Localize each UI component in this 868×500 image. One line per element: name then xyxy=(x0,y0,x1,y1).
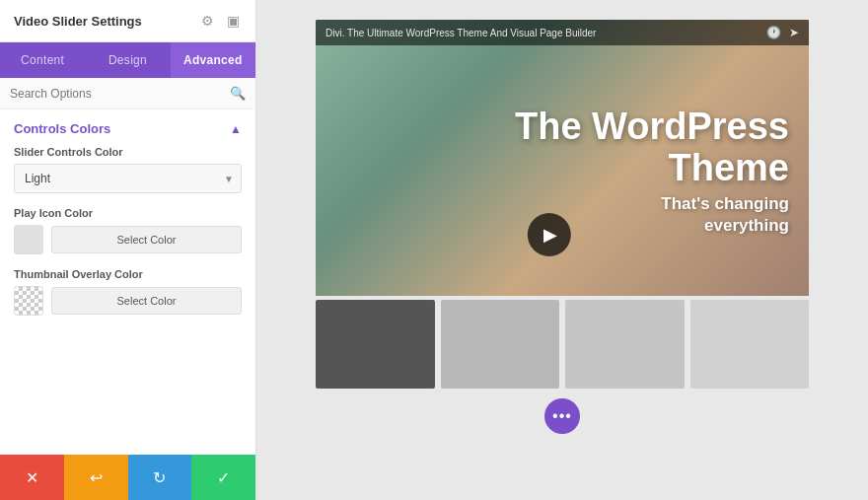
redo-icon: ↻ xyxy=(153,468,166,487)
slider-controls-color-field: Slider Controls Color Light Dark ▼ xyxy=(0,146,255,207)
redo-button[interactable]: ↻ xyxy=(128,455,192,500)
video-top-title: Divi. The Ultimate WordPress Theme And V… xyxy=(326,28,596,38)
cancel-icon: ✕ xyxy=(26,468,38,487)
thumbnail-1[interactable] xyxy=(316,300,435,389)
thumbnail-2[interactable] xyxy=(441,300,560,389)
tab-content[interactable]: Content xyxy=(0,42,85,78)
cancel-button[interactable]: ✕ xyxy=(0,455,64,500)
video-preview: Divi. The Ultimate WordPress Theme And V… xyxy=(316,20,809,296)
bottom-toolbar: ✕ ↩ ↻ ✓ xyxy=(0,455,255,500)
thumbnail-4[interactable] xyxy=(690,300,810,389)
search-icon: 🔍 xyxy=(230,86,246,101)
more-button[interactable]: ••• xyxy=(544,398,580,434)
clock-icon[interactable]: 🕐 xyxy=(766,26,781,39)
undo-button[interactable]: ↩ xyxy=(64,455,128,500)
tab-design[interactable]: Design xyxy=(85,42,170,78)
panel-title: Video Slider Settings xyxy=(14,14,142,29)
layout-icon[interactable]: ▣ xyxy=(224,12,242,30)
thumbnail-overlay-color-swatch[interactable] xyxy=(14,286,43,316)
panel-header-icons: ⚙ ▣ xyxy=(198,12,242,30)
section-collapse-icon[interactable]: ▲ xyxy=(230,122,242,136)
search-input[interactable] xyxy=(10,87,226,101)
settings-panel: Video Slider Settings ⚙ ▣ Content Design… xyxy=(0,0,256,500)
video-headline: The WordPress Theme xyxy=(515,107,789,189)
thumbnail-overlay-color-row: Select Color xyxy=(14,286,242,316)
undo-icon: ↩ xyxy=(90,468,103,487)
play-icon-color-field: Play Icon Color Select Color xyxy=(0,207,255,268)
save-button[interactable]: ✓ xyxy=(191,455,255,500)
play-button[interactable]: ▶ xyxy=(528,213,571,256)
video-top-bar: Divi. The Ultimate WordPress Theme And V… xyxy=(316,20,809,45)
thumbnail-overlay-color-button[interactable]: Select Color xyxy=(51,287,242,315)
panel-header: Video Slider Settings ⚙ ▣ xyxy=(0,0,255,42)
tab-bar: Content Design Advanced xyxy=(0,42,255,78)
play-icon-color-row: Select Color xyxy=(14,225,242,254)
slider-controls-color-select[interactable]: Light Dark xyxy=(14,164,242,193)
thumbnail-overlay-color-label: Thumbnail Overlay Color xyxy=(14,268,242,280)
preview-area: Divi. The Ultimate WordPress Theme And V… xyxy=(256,0,868,500)
save-icon: ✓ xyxy=(217,468,230,487)
share-icon[interactable]: ➤ xyxy=(789,26,799,39)
thumbnail-strip xyxy=(316,300,809,389)
controls-colors-section-header: Controls Colors ▲ xyxy=(0,109,255,146)
thumbnail-3[interactable] xyxy=(565,300,685,389)
video-overlay-text: The WordPress Theme That's changingevery… xyxy=(316,47,809,296)
settings-icon[interactable]: ⚙ xyxy=(198,12,216,30)
more-icon: ••• xyxy=(552,407,572,425)
slider-controls-color-label: Slider Controls Color xyxy=(14,146,242,158)
video-subline: That's changingeverything xyxy=(661,193,789,237)
play-icon-color-label: Play Icon Color xyxy=(14,207,242,219)
thumbnail-overlay-color-field: Thumbnail Overlay Color Select Color xyxy=(0,268,255,329)
controls-colors-title: Controls Colors xyxy=(14,121,110,136)
play-icon: ▶ xyxy=(543,224,557,246)
search-bar: 🔍 xyxy=(0,78,255,109)
tab-advanced[interactable]: Advanced xyxy=(171,42,255,78)
play-icon-color-button[interactable]: Select Color xyxy=(51,226,242,253)
play-icon-color-swatch[interactable] xyxy=(14,225,43,254)
slider-controls-color-wrapper: Light Dark ▼ xyxy=(14,164,242,193)
video-top-icons: 🕐 ➤ xyxy=(766,26,799,39)
